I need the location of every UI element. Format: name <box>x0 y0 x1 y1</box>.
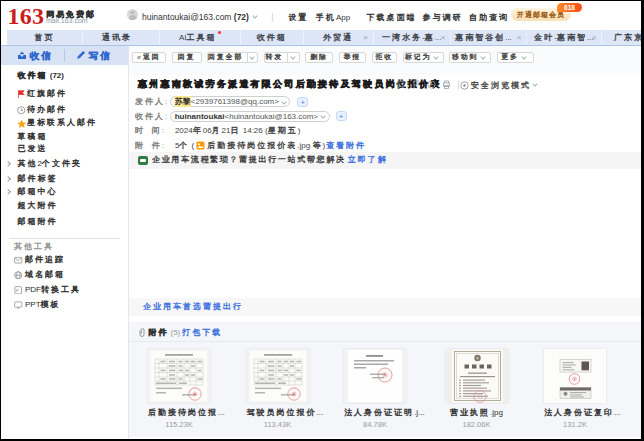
svg-text:P: P <box>16 288 19 293</box>
